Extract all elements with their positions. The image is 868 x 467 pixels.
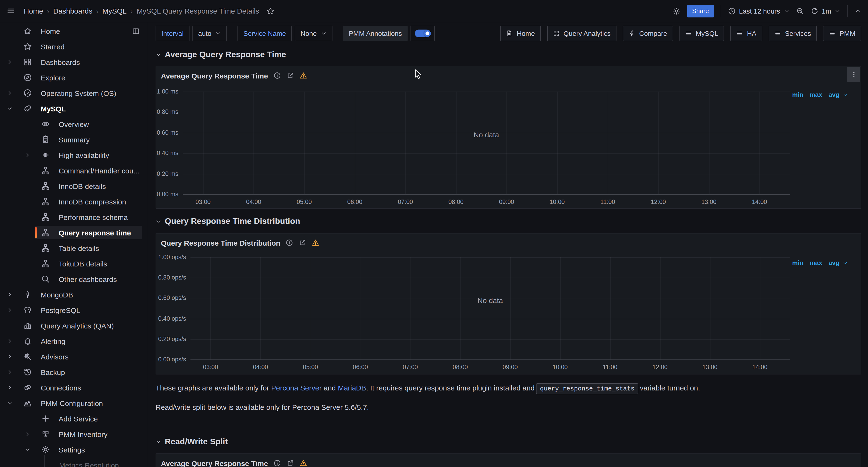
sidebar-item-query-analytics-qan[interactable]: Query Analytics (QAN)	[0, 318, 147, 333]
external-link-icon[interactable]	[286, 459, 294, 467]
sidebar-item-explore[interactable]: Explore	[0, 70, 147, 85]
chevron-down-icon[interactable]	[7, 400, 12, 406]
legend-sort-min[interactable]: min	[792, 259, 803, 266]
sidebar-item-mysql-command-handler[interactable]: Command/Handler cou...	[0, 163, 147, 178]
favorite-star-icon[interactable]	[267, 7, 274, 15]
sidebar-item-mysql-query-response-time[interactable]: Query response time	[0, 225, 147, 240]
refresh-icon[interactable]	[811, 7, 818, 15]
link-button-services[interactable]: Services	[768, 26, 817, 41]
sidebar-item-mysql-tokudb-details[interactable]: TokuDB details	[0, 256, 147, 271]
link-button-ha[interactable]: HA	[731, 26, 762, 41]
chevron-right-icon[interactable]	[7, 59, 12, 65]
chevron-right-icon[interactable]	[7, 338, 12, 344]
link-button-pmm[interactable]: PMM	[823, 26, 861, 41]
menu-icon[interactable]	[7, 7, 15, 15]
breadcrumb-item[interactable]: MySQL	[102, 7, 127, 15]
share-button[interactable]: Share	[687, 5, 714, 17]
sidebar-item-mysql-innodb-compression[interactable]: InnoDB compression	[0, 194, 147, 209]
warning-icon[interactable]	[300, 459, 307, 467]
breadcrumb: Home›Dashboards›MySQL›MySQL Query Respon…	[24, 7, 259, 15]
sidebar-item-metrics-resolution[interactable]: Metrics Resolution	[0, 457, 147, 467]
link-button-mysql[interactable]: MySQL	[679, 26, 724, 41]
legend-sort-avg[interactable]: avg	[829, 91, 839, 98]
sidebar-item-postgresql[interactable]: PostgreSQL	[0, 302, 147, 318]
sidebar-item-pmm-configuration[interactable]: PMM Configuration	[0, 395, 147, 411]
panel-header[interactable]: Query Response Time Distribution	[156, 234, 861, 252]
chevron-down-icon[interactable]	[7, 106, 12, 111]
service-name-variable-select[interactable]: None	[294, 26, 332, 41]
grid4-icon	[23, 58, 32, 66]
collapse-topbar-icon[interactable]	[855, 7, 861, 14]
panel-header[interactable]: Average Query Response Time	[156, 66, 861, 85]
refresh-picker[interactable]: 1m	[811, 7, 840, 15]
chevron-down-icon[interactable]	[843, 92, 848, 97]
sidebar-item-mysql-innodb-details[interactable]: InnoDB details	[0, 178, 147, 194]
sidebar-item-home[interactable]: Home	[0, 23, 147, 39]
chevron-down-icon[interactable]	[25, 447, 31, 453]
link-button-home[interactable]: Home	[500, 26, 541, 41]
sidebar-item-backup[interactable]: Backup	[0, 364, 147, 380]
pmm-annotations-toggle[interactable]	[415, 30, 431, 37]
mariadb-link[interactable]: MariaDB	[338, 384, 366, 392]
sidebar-item-starred[interactable]: Starred	[0, 39, 147, 54]
sidebar-item-mysql-summary[interactable]: Summary	[0, 132, 147, 147]
chevron-down-icon[interactable]	[843, 260, 848, 265]
sidebar-item-pmm-inventory[interactable]: PMM Inventory	[0, 426, 147, 442]
chevron-right-icon[interactable]	[7, 369, 12, 375]
interval-variable-select[interactable]: auto	[192, 26, 227, 41]
y-axis-tick: 0.80 ops/s	[158, 274, 186, 281]
legend-sort-max[interactable]: max	[810, 91, 822, 98]
sidebar-item-add-service[interactable]: Add Service	[0, 411, 147, 426]
x-axis-tick: 10:00	[553, 364, 568, 371]
sidebar-item-mysql-table-details[interactable]: Table details	[0, 240, 147, 256]
section-header-read-write-split[interactable]: Read/Write Split	[156, 437, 861, 447]
sidebar-item-mysql-high-availability[interactable]: High availability	[0, 147, 147, 163]
sidebar-item-alerting[interactable]: Alerting	[0, 333, 147, 349]
chevron-right-icon[interactable]	[7, 307, 12, 313]
sidebar-item-mongodb[interactable]: MongoDB	[0, 287, 147, 302]
sidebar-item-connections[interactable]: Connections	[0, 380, 147, 395]
chevron-right-icon[interactable]	[7, 90, 12, 96]
link-button-query-analytics[interactable]: Query Analytics	[547, 26, 617, 41]
panel-menu-button[interactable]	[847, 67, 860, 82]
sidebar-item-dashboards[interactable]: Dashboards	[0, 54, 147, 70]
sidebar-item-operating-system[interactable]: Operating System (OS)	[0, 85, 147, 101]
y-axis-tick: 1.00 ops/s	[158, 254, 186, 261]
sidebar-item-settings[interactable]: Settings	[0, 442, 147, 457]
section-header-average-query-response-time[interactable]: Average Query Response Time	[156, 50, 861, 60]
external-link-icon[interactable]	[286, 72, 294, 79]
link-button-compare[interactable]: Compare	[623, 26, 673, 41]
warning-icon[interactable]	[300, 72, 307, 79]
percona-server-link[interactable]: Percona Server	[271, 384, 321, 392]
time-range-picker[interactable]: Last 12 hours	[728, 7, 789, 15]
chart-average-query-response-time[interactable]: 1.00 ms0.80 ms0.60 ms0.40 ms0.20 ms0.00 …	[183, 92, 790, 194]
breadcrumb-item[interactable]: Dashboards	[53, 7, 92, 15]
zoom-out-icon[interactable]	[796, 7, 804, 15]
external-link-icon[interactable]	[299, 239, 307, 246]
legend-sort-avg[interactable]: avg	[829, 259, 839, 266]
server-icon	[41, 430, 50, 438]
legend-sort-min[interactable]: min	[792, 91, 803, 98]
chevron-right-icon[interactable]	[7, 354, 12, 360]
panel-header[interactable]: Average Query Response Time	[156, 454, 861, 467]
sidebar-item-mysql[interactable]: MySQL	[0, 101, 147, 116]
chevron-right-icon[interactable]	[25, 152, 31, 158]
x-axis-tick: 09:00	[503, 364, 518, 371]
info-icon[interactable]	[273, 72, 281, 79]
x-axis-tick: 14:00	[752, 364, 768, 371]
chevron-right-icon[interactable]	[25, 431, 31, 437]
sidebar-item-mysql-other-dashboards[interactable]: Other dashboards	[0, 271, 147, 287]
legend-sort-max[interactable]: max	[810, 259, 822, 266]
sidebar-item-mysql-performance-schema[interactable]: Performance schema	[0, 209, 147, 225]
chevron-right-icon[interactable]	[7, 292, 12, 297]
dashboard-settings-icon[interactable]	[673, 7, 680, 15]
breadcrumb-item[interactable]: Home	[24, 7, 43, 15]
section-header-query-response-time-distribution[interactable]: Query Response Time Distribution	[156, 216, 861, 226]
info-icon[interactable]	[286, 239, 293, 246]
info-icon[interactable]	[273, 459, 281, 467]
warning-icon[interactable]	[312, 239, 320, 246]
sidebar-item-advisors[interactable]: Advisors	[0, 349, 147, 364]
sidebar-item-mysql-overview[interactable]: Overview	[0, 116, 147, 132]
chevron-right-icon[interactable]	[7, 385, 12, 391]
chart-query-response-time-distribution[interactable]: 1.00 ops/s0.80 ops/s0.60 ops/s0.40 ops/s…	[190, 257, 790, 360]
